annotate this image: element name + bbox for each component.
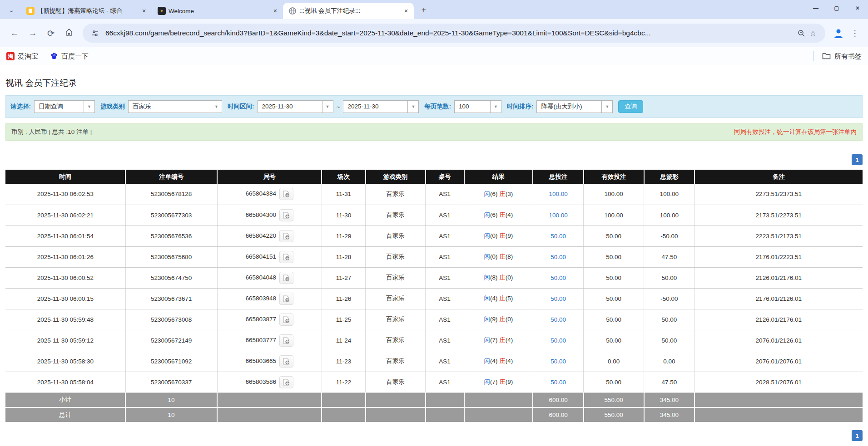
home-button[interactable] — [61, 25, 77, 41]
video-replay-button[interactable] — [279, 230, 293, 242]
tab-welcome[interactable]: ✦ Welcome ✕ — [152, 3, 283, 19]
page-1-button[interactable]: 1 — [852, 154, 863, 165]
query-type-select[interactable]: 日期查询 ▼ — [34, 100, 95, 113]
cell-valid-bet: 100.00 — [584, 205, 644, 225]
table-row: 2025-11-30 05:59:48 523005673008 6658038… — [5, 309, 863, 330]
date-end-select[interactable]: 2025-11-30 ▼ — [343, 100, 419, 113]
page-1-button[interactable]: 1 — [852, 430, 863, 441]
zoom-icon[interactable] — [795, 27, 807, 39]
cell-total-bet: 50.00 — [533, 330, 583, 351]
close-icon[interactable]: ✕ — [271, 7, 279, 15]
cell-total-bet: 50.00 — [533, 309, 583, 330]
bookmark-star-icon[interactable]: ☆ — [807, 27, 819, 39]
cell-time: 2025-11-30 05:59:48 — [5, 309, 125, 330]
cell-bet-id: 523005673008 — [125, 309, 217, 330]
back-button[interactable]: ← — [6, 25, 23, 41]
maximize-button[interactable]: ▢ — [826, 0, 847, 16]
game-kind-select[interactable]: 百家乐 ▼ — [128, 100, 222, 113]
chevron-down-icon[interactable]: ▼ — [322, 101, 333, 113]
round-number: 665803777 — [245, 337, 276, 343]
total-bet-link[interactable]: 50.00 — [551, 254, 566, 260]
tab-search-button[interactable]: ⌄ — [5, 3, 18, 17]
chevron-down-icon[interactable]: ▼ — [601, 101, 612, 113]
table-row: 2025-11-30 06:00:52 523005674750 6658040… — [5, 267, 863, 288]
browser-menu-button[interactable]: ⋮ — [848, 25, 862, 41]
cell-payout: 50.00 — [644, 267, 694, 288]
video-replay-button[interactable] — [279, 251, 293, 263]
cell-time: 2025-11-30 06:02:53 — [5, 184, 125, 205]
player-result: 闲 — [484, 191, 491, 197]
cell-result: 闲(8) 庄(0) — [464, 267, 533, 288]
address-bar[interactable]: 66cxkj98.com/game/betrecord_search/kind3… — [83, 24, 825, 43]
cell-time: 2025-11-30 06:00:15 — [5, 288, 125, 309]
summary-label: 总计 — [5, 407, 125, 422]
chevron-down-icon[interactable]: ▼ — [490, 101, 501, 113]
total-bet-link[interactable]: 50.00 — [551, 233, 566, 240]
cell-bet-id: 523005673671 — [125, 288, 217, 309]
video-replay-button[interactable] — [279, 293, 293, 305]
cell-valid-bet: 50.00 — [584, 225, 644, 246]
url-text[interactable]: 66cxkj98.com/game/betrecord_search/kind3… — [105, 29, 791, 37]
bookmark-label: 百度一下 — [61, 52, 89, 61]
video-replay-button[interactable] — [279, 188, 293, 200]
video-replay-button[interactable] — [279, 376, 293, 388]
cell-round: 665804220 — [217, 225, 322, 246]
video-replay-button[interactable] — [279, 334, 293, 347]
close-icon[interactable]: ✕ — [402, 7, 410, 15]
sort-select[interactable]: 降幂(由大到小) ▼ — [536, 100, 613, 113]
cell-remark: 2223.51/2173.51 — [694, 225, 863, 246]
cell-time: 2025-11-30 05:58:04 — [5, 372, 125, 392]
total-bet-link[interactable]: 50.00 — [551, 274, 566, 281]
summary-count: 10 — [125, 407, 217, 422]
cell-time: 2025-11-30 06:01:54 — [5, 225, 125, 246]
browser-toolbar: ← → ⟳ 66cxkj98.com/game/betrecord_search… — [0, 19, 868, 47]
close-icon[interactable]: ✕ — [140, 7, 148, 15]
bookmark-taobao[interactable]: 淘 爱淘宝 — [6, 52, 38, 61]
total-bet-link[interactable]: 50.00 — [551, 379, 566, 386]
round-number: 665804048 — [245, 274, 276, 281]
cell-bet-id: 523005674750 — [125, 267, 217, 288]
total-bet-link[interactable]: 50.00 — [551, 295, 566, 302]
search-button[interactable]: 查询 — [618, 100, 643, 113]
bookmark-baidu[interactable]: 百度一下 — [50, 52, 89, 61]
all-bookmarks[interactable]: 所有书签 — [813, 51, 862, 61]
round-number: 665803665 — [245, 358, 276, 364]
back-icon: ← — [10, 28, 19, 38]
reload-button[interactable]: ⟳ — [43, 25, 59, 41]
total-bet-link[interactable]: 50.00 — [551, 337, 566, 344]
column-header: 时间 — [5, 170, 125, 184]
total-bet-link[interactable]: 50.00 — [551, 358, 566, 365]
player-result: 闲 — [484, 337, 491, 343]
round-number: 665804220 — [245, 232, 276, 239]
new-tab-button[interactable]: + — [417, 4, 430, 16]
close-window-button[interactable]: ✕ — [847, 0, 868, 16]
chevron-down-icon[interactable]: ▼ — [84, 101, 94, 113]
banker-result: 庄 — [499, 232, 506, 239]
minimize-button[interactable]: — — [805, 0, 826, 16]
summary-row: 小计 10 600.00 550.00 345.00 — [5, 392, 863, 407]
total-bet-link[interactable]: 100.00 — [549, 191, 567, 197]
cell-total-bet: 50.00 — [533, 288, 583, 309]
banker-result: 庄 — [499, 191, 506, 197]
forward-icon: → — [29, 28, 37, 38]
date-start-select[interactable]: 2025-11-30 ▼ — [258, 100, 333, 113]
total-bet-link[interactable]: 100.00 — [549, 212, 567, 219]
chevron-down-icon[interactable]: ▼ — [211, 101, 222, 113]
chevron-down-icon[interactable]: ▼ — [407, 101, 418, 113]
tab-forum[interactable]: 【新提醒】海燕策略论坛 - 综合 ✕ — [21, 3, 152, 19]
tab-bet-records[interactable]: :::视讯 会员下注纪录::: ✕ — [283, 3, 414, 19]
video-replay-button[interactable] — [279, 209, 293, 221]
forward-button[interactable]: → — [25, 25, 41, 41]
cell-table-no: AS1 — [426, 309, 464, 330]
cell-total-bet: 50.00 — [533, 372, 583, 392]
video-replay-button[interactable] — [279, 355, 293, 368]
cell-remark: 2028.51/2076.01 — [694, 372, 863, 392]
profile-avatar[interactable] — [832, 26, 845, 40]
window-controls: — ▢ ✕ — [805, 0, 868, 16]
column-header: 总投注 — [533, 170, 583, 184]
per-page-select[interactable]: 100 ▼ — [454, 100, 501, 113]
total-bet-link[interactable]: 50.00 — [551, 316, 566, 323]
video-replay-button[interactable] — [279, 314, 293, 326]
site-settings-icon[interactable] — [89, 27, 101, 39]
video-replay-button[interactable] — [279, 272, 293, 284]
